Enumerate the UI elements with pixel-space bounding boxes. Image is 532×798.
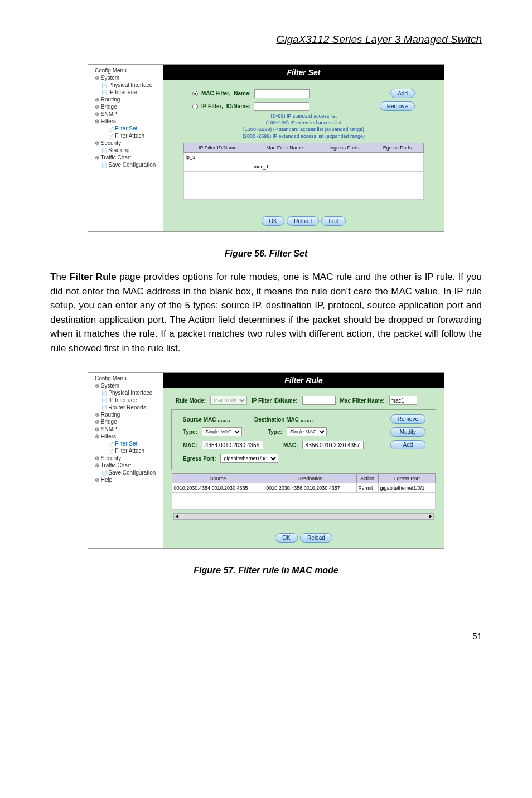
rule-mode-select[interactable]: MAC Rule [210,396,247,405]
ip-filter-label: IP Filter, [201,103,223,109]
ip-filter-idname-input[interactable] [302,396,336,405]
td-dest[interactable]: 0010.2030.4356 0010.2030.4357 [264,483,356,493]
body-paragraph: The Filter Rule page provides options fo… [50,270,482,355]
th-egressport: Egress Port [378,474,436,483]
remove-button[interactable]: Remove [380,101,415,111]
td-mac[interactable]: mac_1 [252,162,317,172]
tree-security[interactable]: Security [90,139,161,147]
tree2-help[interactable]: Help [90,476,161,483]
figure-56-screenshot: Config Menu System Physical Interface IP… [88,64,444,232]
th-action: Action [356,474,378,483]
idname-label: ID/Name: [226,103,250,109]
rule-ok-button[interactable]: OK [275,533,297,543]
tree2-traffic[interactable]: Traffic Chart [90,462,161,469]
egress-port-label: Egress Port: [183,456,216,462]
dest-mac-label: Destination MAC ........ [254,417,313,423]
ok-button[interactable]: OK [262,216,284,226]
src-type-label: Type: [183,429,197,435]
tree2-filters[interactable]: Filters [90,433,161,440]
source-mac-label: Source MAC ........ [183,417,250,423]
tree-panel-2: Config Menu System Physical Interface IP… [88,373,163,548]
mac-filter-name-label: Mac Filter Name: [340,398,385,404]
tree2-filterattach[interactable]: Filter Attach [90,447,161,454]
rule-reload-button[interactable]: Reload [300,533,332,543]
th-ingress: Ingress Ports [317,143,371,153]
egress-port-select[interactable]: gigabitethernet1/0/1 [220,454,278,463]
dst-mac-label: MAC: [283,442,298,448]
tree2-routing[interactable]: Routing [90,411,161,418]
tree-filterset[interactable]: Filter Set [90,125,161,132]
tree2-filterset[interactable]: Filter Set [90,440,161,447]
edit-button[interactable]: Edit [321,216,345,226]
mac-filter-radio[interactable] [192,91,198,96]
figure-57-screenshot: Config Menu System Physical Interface IP… [88,372,444,549]
th-ipfilter: IP Filter ID/Name [183,143,252,153]
add-button[interactable]: Add [390,89,415,98]
tree2-router[interactable]: Router Reports [90,404,161,411]
th-source: Source [172,474,264,483]
th-egress: Egress Ports [371,143,423,153]
mac-filter-name-input[interactable] [254,89,310,98]
tree-snmp[interactable]: SNMP [90,110,161,118]
info-2: (100~199) IP extended access list [170,119,437,126]
th-dest: Destination [264,474,356,483]
src-mac-label: MAC: [183,442,197,448]
ip-filter-radio[interactable] [192,104,198,109]
ip-filter-idname-input[interactable] [254,102,309,111]
rule-modify-button[interactable]: Modify [390,427,425,437]
filter-set-table: IP Filter ID/Name Mac Filter Name Ingres… [183,143,424,200]
tree-traffic[interactable]: Traffic Chart [90,154,161,161]
td-action[interactable]: Permit [356,483,378,493]
td-ingress[interactable] [317,162,371,172]
tree2-physical[interactable]: Physical Interface [90,389,161,396]
dst-type-label: Type: [268,429,282,435]
td-source[interactable]: 0010.2030.4354 0010.2030.4355 [172,483,264,493]
tree2-snmp[interactable]: SNMP [90,425,161,433]
tree-bridge[interactable]: Bridge [90,103,161,110]
mac-filter-name-input[interactable] [389,396,417,405]
tree-routing[interactable]: Routing [90,96,161,103]
tree-saveconfig[interactable]: Save Configuration [90,161,161,168]
tree-root[interactable]: Config Menu [90,67,161,74]
figure-57-caption: Figure 57. Filter rule in MAC mode [50,565,482,575]
dst-mac-input[interactable] [302,441,364,449]
figure-56-caption: Figure 56. Filter Set [50,249,482,259]
scroll-right-icon[interactable]: ▶ [428,514,433,519]
ip-filter-idname-label: IP Filter ID/Name: [252,398,298,404]
th-macfilter: Mac Filter Name [252,143,317,153]
page-header-title: GigaX3112 Series Layer 3 Managed Switch [50,33,482,46]
reload-button[interactable]: Reload [287,216,319,226]
filter-rule-title: Filter Rule [163,373,444,388]
tree-filterattach[interactable]: Filter Attach [90,132,161,139]
scroll-left-icon[interactable]: ◀ [174,514,180,519]
name-label: Name: [234,90,251,96]
src-type-select[interactable]: Single MAC [202,427,242,436]
tree-filters[interactable]: Filters [90,118,161,125]
tree2-bridge[interactable]: Bridge [90,418,161,425]
tree2-saveconfig[interactable]: Save Configuration [90,469,161,476]
tree-panel-1: Config Menu System Physical Interface IP… [88,65,163,231]
rule-add-button[interactable]: Add [390,440,425,449]
filter-rule-table: Source Destination Action Egress Port 00… [172,473,436,510]
rule-remove-button[interactable]: Remove [390,414,425,424]
tree-system[interactable]: System [90,74,161,81]
tree2-ipinterface[interactable]: IP Interface [90,396,161,404]
td-egressport[interactable]: gigabitethernet1/0/1 [378,483,436,493]
page-number: 51 [50,631,482,641]
tree2-security[interactable]: Security [90,454,161,462]
td-ip[interactable]: ip_3 [183,153,252,162]
tree2-root[interactable]: Config Menu [90,375,161,382]
dst-type-select[interactable]: Single MAC [287,427,327,436]
filter-set-title: Filter Set [163,65,444,80]
tree-physical[interactable]: Physical Interface [90,81,161,89]
info-4: (2000~2699) IP extended access list (exp… [170,133,437,139]
tree-stacking[interactable]: Stacking [90,147,161,154]
td-egress[interactable] [371,162,423,172]
tree2-system[interactable]: System [90,382,161,389]
info-3: (1300~1999) IP standard access list (exp… [170,126,437,133]
rule-mode-label: Rule Mode: [176,398,206,404]
mac-filter-label: MAC Filter, [201,90,230,96]
info-1: (1~99) IP standard access list [170,113,437,119]
tree-ipinterface[interactable]: IP Interface [90,89,161,96]
src-mac-input[interactable] [202,441,263,449]
